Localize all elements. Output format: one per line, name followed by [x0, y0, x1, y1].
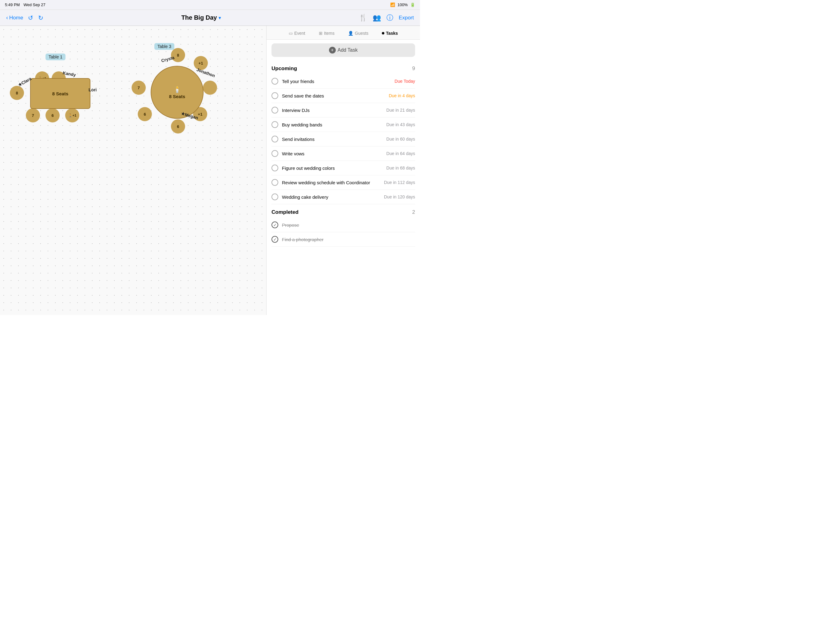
task-due-6: Due in 64 days: [387, 151, 415, 156]
task-text-3: Interview DJs: [282, 108, 383, 113]
chevron-left-icon: ‹: [6, 14, 8, 21]
home-label[interactable]: Home: [9, 15, 23, 21]
add-task-button[interactable]: + Add Task: [272, 43, 415, 57]
task-item: Interview DJs Due in 21 days: [272, 103, 415, 117]
seat-t1-botmid: 6: [46, 108, 60, 122]
task-item: Write vows Due in 64 days: [272, 146, 415, 161]
help-icon[interactable]: ⓘ: [387, 13, 393, 22]
right-panel: ▭ Event ⊞ Items 👤 Guests Tasks + Add Tas…: [266, 26, 420, 315]
add-task-label: Add Task: [338, 47, 358, 53]
task-item: Wedding cake delivery Due in 120 days: [272, 190, 415, 204]
nav-bar: ‹ Home ↺ ↻ The Big Day ▾ 🍴 👥 ⓘ Export: [0, 10, 420, 26]
seat-t3-botleft: 6: [138, 107, 152, 121]
task-text-2: Send save the dates: [282, 93, 385, 98]
completed-title: Completed: [272, 209, 298, 215]
task-text-6: Write vows: [282, 151, 383, 156]
task-item-completed: Propose: [272, 218, 415, 232]
task-checkbox-3[interactable]: [272, 107, 278, 114]
completed-count: 2: [412, 209, 415, 215]
seat-t3-bot: 6: [171, 119, 185, 133]
task-text-8: Review wedding schedule with Coordinator: [282, 180, 381, 185]
task-due-8: Due in 112 days: [384, 180, 415, 185]
time: 5:49 PM: [5, 2, 20, 7]
task-item: Figure out wedding colors Due in 68 days: [272, 161, 415, 175]
task-due-2: Due in 4 days: [388, 93, 415, 98]
status-right: 📶 100% 🔋: [390, 2, 415, 7]
task-checkbox-8[interactable]: [272, 179, 278, 186]
table3-seats-label: 8 Seats: [169, 94, 185, 99]
date: Wed Sep 27: [24, 2, 45, 7]
task-item: Buy wedding bands Due in 43 days: [272, 117, 415, 132]
tab-guests-label: Guests: [355, 31, 368, 36]
table3[interactable]: 🕯️ 8 Seats: [151, 66, 204, 119]
plus-icon: +: [329, 47, 336, 54]
task-item: Tell your friends Due Today: [272, 74, 415, 89]
tab-tasks-label: Tasks: [386, 31, 398, 36]
page-title: The Big Day: [182, 14, 217, 21]
guest-lori: Lori: [88, 87, 96, 92]
seat-t1-left: 8: [10, 86, 24, 100]
dropdown-chevron-icon[interactable]: ▾: [219, 15, 221, 20]
guests-icon: 👤: [348, 31, 353, 36]
main-content: Table 1 8 🚶+1 7 6 🚶+1 8 Seats ★Clara Kan…: [0, 26, 420, 315]
task-checkbox-5[interactable]: [272, 136, 278, 142]
task-checkbox-10[interactable]: [272, 222, 278, 228]
task-due-9: Due in 120 days: [384, 195, 415, 199]
task-text-5: Send invitations: [282, 136, 383, 142]
task-checkbox-2[interactable]: [272, 92, 278, 99]
tab-items[interactable]: ⊞ Items: [316, 30, 337, 37]
task-text-1: Tell your friends: [282, 79, 391, 84]
seating-canvas[interactable]: Table 1 8 🚶+1 7 6 🚶+1 8 Seats ★Clara Kan…: [0, 26, 266, 315]
event-icon: ▭: [289, 31, 293, 36]
upcoming-section-header: Upcoming 9: [272, 60, 415, 74]
task-due-5: Due in 60 days: [387, 136, 415, 141]
table3-label: Table 3: [154, 43, 174, 50]
task-due-3: Due in 21 days: [387, 108, 415, 112]
home-button[interactable]: ‹ Home: [6, 14, 23, 21]
battery-icon: 🔋: [410, 2, 415, 7]
utensils-icon[interactable]: 🍴: [359, 14, 367, 22]
battery: 100%: [398, 2, 408, 7]
task-item: Send invitations Due in 60 days: [272, 132, 415, 146]
people-icon[interactable]: 👥: [373, 14, 381, 22]
task-list: Upcoming 9 Tell your friends Due Today S…: [267, 60, 420, 315]
undo-button[interactable]: ↺: [28, 14, 33, 22]
task-due-7: Due in 68 days: [387, 166, 415, 171]
wifi-icon: 📶: [390, 2, 395, 7]
status-left: 5:49 PM Wed Sep 27: [5, 2, 46, 7]
seat-t1-botright: 🚶+1: [65, 108, 79, 122]
tab-guests[interactable]: 👤 Guests: [346, 30, 371, 37]
seat-t1-botleft: 7: [26, 108, 40, 122]
task-text-7: Figure out wedding colors: [282, 166, 383, 171]
task-checkbox-7[interactable]: [272, 165, 278, 171]
tab-event[interactable]: ▭ Event: [286, 30, 308, 37]
redo-button[interactable]: ↻: [38, 14, 43, 22]
task-item-completed: Find a photographer: [272, 232, 415, 247]
nav-center: The Big Day ▾: [182, 14, 221, 21]
tab-items-label: Items: [324, 31, 335, 36]
status-bar: 5:49 PM Wed Sep 27 📶 100% 🔋: [0, 0, 420, 10]
task-item: Review wedding schedule with Coordinator…: [272, 175, 415, 190]
upcoming-title: Upcoming: [272, 65, 297, 72]
table1[interactable]: 8 Seats: [30, 78, 90, 109]
task-checkbox-4[interactable]: [272, 121, 278, 128]
table1-seats-label: 8 Seats: [52, 91, 69, 96]
task-checkbox-9[interactable]: [272, 193, 278, 200]
export-button[interactable]: Export: [399, 15, 414, 21]
upcoming-count: 9: [412, 65, 415, 72]
items-icon: ⊞: [319, 31, 322, 36]
table1-label: Table 1: [46, 54, 65, 60]
task-text-4: Buy wedding bands: [282, 122, 383, 127]
nav-left: ‹ Home ↺ ↻: [6, 14, 43, 22]
tasks-dot-icon: [382, 32, 384, 35]
task-checkbox-11[interactable]: [272, 236, 278, 243]
task-checkbox-1[interactable]: [272, 78, 278, 85]
tab-tasks[interactable]: Tasks: [379, 30, 400, 37]
task-text-9: Wedding cake delivery: [282, 195, 381, 199]
seat-t3-left: 7: [132, 81, 146, 95]
guest-jonathon: Jonathon: [196, 67, 216, 78]
task-checkbox-6[interactable]: [272, 150, 278, 157]
task-due-4: Due in 43 days: [387, 122, 415, 127]
completed-section-header: Completed 2: [272, 204, 415, 218]
task-text-11: Find a photographer: [282, 237, 415, 242]
